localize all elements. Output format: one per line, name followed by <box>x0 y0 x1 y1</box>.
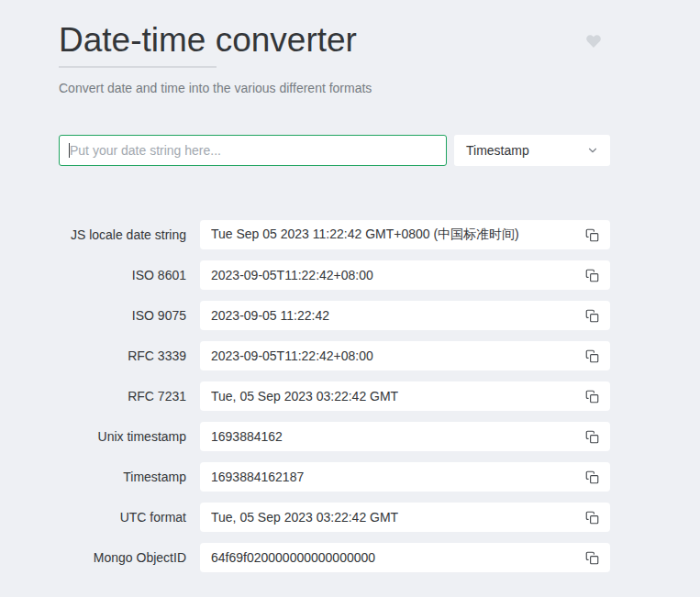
format-value-input[interactable] <box>200 260 581 290</box>
copy-button[interactable] <box>581 224 603 246</box>
format-value-box <box>200 462 610 492</box>
page-subtitle: Convert date and time into the various d… <box>59 80 610 96</box>
copy-icon <box>585 511 599 525</box>
format-value-box <box>200 341 610 370</box>
format-row: ISO 8601 <box>59 260 610 290</box>
copy-button[interactable] <box>581 426 603 448</box>
format-select-dropdown[interactable]: Timestamp <box>454 135 610 166</box>
format-row: Mongo ObjectID <box>59 543 610 572</box>
format-row: ISO 9075 <box>59 301 610 330</box>
format-select-value: Timestamp <box>466 143 529 158</box>
favorite-heart-icon[interactable] <box>585 33 602 50</box>
format-label: RFC 7231 <box>59 389 186 404</box>
format-value-box <box>200 301 610 330</box>
format-value-input[interactable] <box>200 341 581 370</box>
copy-icon <box>585 309 599 323</box>
title-underline <box>59 66 217 68</box>
format-label: ISO 9075 <box>59 308 186 323</box>
text-caret <box>69 143 70 158</box>
copy-button[interactable] <box>581 304 603 326</box>
format-row: Timestamp <box>59 462 610 492</box>
format-value-input[interactable] <box>200 462 581 492</box>
format-value-box <box>200 381 610 411</box>
format-label: UTC format <box>59 510 186 525</box>
page-title: Date-time converter <box>59 20 610 61</box>
copy-icon <box>585 349 599 363</box>
copy-button[interactable] <box>581 345 603 367</box>
format-label: JS locale date string <box>59 227 186 242</box>
format-value-box <box>200 260 610 290</box>
format-value-input[interactable] <box>200 503 581 532</box>
copy-icon <box>585 551 599 565</box>
format-label: RFC 3339 <box>59 348 186 363</box>
format-row: RFC 3339 <box>59 341 610 370</box>
date-input-wrap <box>59 135 447 166</box>
format-row: JS locale date string <box>59 220 610 249</box>
format-value-box <box>200 503 610 532</box>
copy-icon <box>585 470 599 484</box>
format-value-box <box>200 543 610 572</box>
chevron-down-icon <box>586 144 599 157</box>
copy-icon <box>585 390 599 404</box>
format-value-input[interactable] <box>200 220 581 249</box>
converter-form: Timestamp <box>59 135 610 166</box>
copy-button[interactable] <box>581 506 603 528</box>
format-label: Mongo ObjectID <box>59 550 186 565</box>
copy-button[interactable] <box>581 466 603 488</box>
format-value-input[interactable] <box>200 422 581 451</box>
format-row: Unix timestamp <box>59 422 610 451</box>
copy-icon <box>585 430 599 444</box>
copy-button[interactable] <box>581 264 603 286</box>
copy-icon <box>585 269 599 282</box>
format-label: ISO 8601 <box>59 268 186 282</box>
copy-icon <box>585 228 599 242</box>
format-value-input[interactable] <box>200 543 581 572</box>
copy-button[interactable] <box>581 547 603 569</box>
copy-button[interactable] <box>581 385 603 407</box>
format-value-box <box>200 422 610 451</box>
format-label: Timestamp <box>59 470 186 484</box>
format-row: UTC format <box>59 503 610 532</box>
format-value-input[interactable] <box>200 381 581 411</box>
format-value-input[interactable] <box>200 301 581 330</box>
format-row: RFC 7231 <box>59 381 610 411</box>
format-label: Unix timestamp <box>59 429 186 444</box>
date-time-converter-page: Date-time converter Convert date and tim… <box>0 0 700 597</box>
date-string-input[interactable] <box>59 135 447 166</box>
format-value-box <box>200 220 610 249</box>
format-rows: JS locale date string ISO 8601 <box>59 220 610 572</box>
